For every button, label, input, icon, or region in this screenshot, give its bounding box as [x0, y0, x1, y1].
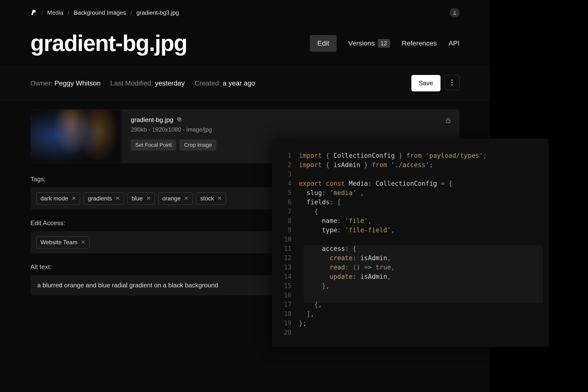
page-title: gradient-bg.jpg [30, 30, 187, 56]
line-number: 19 [282, 318, 299, 328]
code-line: 1import { CollectionConfig } from 'paylo… [282, 151, 539, 160]
code-content: fields: [ [299, 198, 341, 207]
tab-api[interactable]: API [448, 40, 460, 47]
code-content: import { CollectionConfig } from 'payloa… [299, 151, 487, 160]
tag-label: Website Team [40, 239, 78, 246]
code-line: 7 { [282, 207, 539, 216]
tab-versions[interactable]: Versions 12 [348, 39, 390, 48]
code-line: 16 [282, 290, 539, 300]
svg-point-3 [452, 84, 453, 86]
line-number: 16 [282, 290, 299, 300]
code-content: ], [299, 309, 314, 318]
tag-chip[interactable]: dark mode✕ [36, 192, 80, 204]
remove-tag-icon[interactable]: ✕ [81, 239, 85, 246]
breadcrumb-item[interactable]: Media [47, 9, 63, 16]
line-number: 12 [282, 253, 299, 263]
tab-edit[interactable]: Edit [310, 35, 336, 52]
code-content: type: 'file-field', [299, 226, 395, 235]
owner-value: Peggy Whitson [54, 80, 100, 87]
tag-chip[interactable]: stock✕ [196, 192, 226, 204]
versions-count-badge: 12 [378, 39, 390, 48]
breadcrumb-separator: / [41, 9, 43, 16]
breadcrumb-separator: / [130, 9, 132, 16]
code-line: 14 update: isAdmin, [282, 272, 539, 281]
code-line: 4export const Media: CollectionConfig = … [282, 179, 539, 188]
code-content: access: { [299, 244, 356, 253]
created-label: Created: [194, 80, 221, 87]
breadcrumb: / Media / Background Images / gradient-b… [30, 9, 179, 16]
tag-label: orange [162, 195, 181, 202]
remove-tag-icon[interactable]: ✕ [72, 195, 76, 202]
tag-label: dark mode [40, 195, 68, 202]
code-line: 15 }, [282, 281, 539, 290]
tag-chip[interactable]: orange✕ [158, 192, 193, 204]
code-content: import { isAdmin } from './access'; [299, 160, 433, 170]
remove-tag-icon[interactable]: ✕ [146, 195, 151, 202]
code-content: {, [299, 300, 322, 309]
code-line: 2import { isAdmin } from './access'; [282, 160, 539, 170]
code-panel: 1import { CollectionConfig } from 'paylo… [272, 139, 549, 347]
copy-icon[interactable] [177, 116, 182, 124]
code-content: name: 'file', [299, 216, 372, 226]
code-line: 6 fields: [ [282, 198, 539, 207]
line-number: 11 [282, 244, 299, 253]
code-line: 3 [282, 170, 539, 179]
tag-chip[interactable]: gradients✕ [84, 192, 124, 204]
line-number: 7 [282, 207, 299, 216]
media-thumbnail[interactable] [30, 109, 121, 163]
line-number: 17 [282, 300, 299, 309]
media-filename: gradient-bg.jpg [131, 116, 173, 124]
code-content: slug: 'media' , [299, 188, 364, 198]
line-number: 5 [282, 188, 299, 198]
tab-label: Versions [348, 40, 374, 47]
svg-rect-6 [446, 120, 450, 123]
modified-value: yesterday [155, 80, 184, 87]
remove-tag-icon[interactable]: ✕ [217, 195, 222, 202]
created-value: a year ago [223, 80, 255, 87]
code-content: update: isAdmin, [299, 272, 391, 281]
access-chip[interactable]: Website Team✕ [36, 236, 90, 248]
line-number: 15 [282, 281, 299, 290]
code-line: 11 access: { [282, 244, 539, 253]
code-line: 8 name: 'file', [282, 216, 539, 226]
svg-point-2 [452, 82, 453, 83]
breadcrumb-item[interactable]: gradient-bg3.jpg [136, 9, 179, 16]
owner-label: Owner: [30, 80, 52, 87]
code-content: create: isAdmin, [299, 253, 391, 263]
line-number: 3 [282, 170, 299, 179]
code-content: }, [299, 281, 330, 290]
breadcrumb-item[interactable]: Background Images [74, 9, 126, 16]
tab-references[interactable]: References [402, 40, 437, 47]
set-focal-point-button[interactable]: Set Focal Point [131, 140, 176, 151]
code-line: 17 {, [282, 300, 539, 309]
code-line: 5 slug: 'media' , [282, 188, 539, 198]
line-number: 6 [282, 198, 299, 207]
line-number: 13 [282, 263, 299, 272]
line-number: 1 [282, 151, 299, 160]
svg-point-1 [452, 80, 453, 81]
line-number: 9 [282, 226, 299, 235]
crop-image-button[interactable]: Crop image [180, 140, 216, 151]
remove-tag-icon[interactable]: ✕ [184, 195, 188, 202]
user-avatar[interactable] [450, 8, 460, 18]
line-number: 20 [282, 328, 299, 337]
more-actions-button[interactable] [444, 75, 460, 90]
save-button[interactable]: Save [411, 75, 440, 92]
code-line: 19}; [282, 318, 539, 328]
remove-tag-icon[interactable]: ✕ [116, 195, 120, 202]
code-line: 13 read: () => true, [282, 263, 539, 272]
meta-info: Owner: Peggy Whitson Last Modified: yest… [30, 80, 255, 87]
lock-icon [445, 117, 451, 124]
line-number: 8 [282, 216, 299, 226]
code-content: read: () => true, [299, 263, 395, 272]
code-content: }; [299, 318, 306, 328]
line-number: 14 [282, 272, 299, 281]
line-number: 4 [282, 179, 299, 188]
line-number: 18 [282, 309, 299, 318]
modified-label: Last Modified: [110, 80, 153, 87]
svg-point-0 [454, 11, 456, 13]
tag-label: blue [132, 195, 142, 202]
tag-chip[interactable]: blue✕ [128, 192, 154, 204]
app-logo-icon[interactable] [30, 10, 37, 16]
code-content: { [299, 207, 318, 216]
